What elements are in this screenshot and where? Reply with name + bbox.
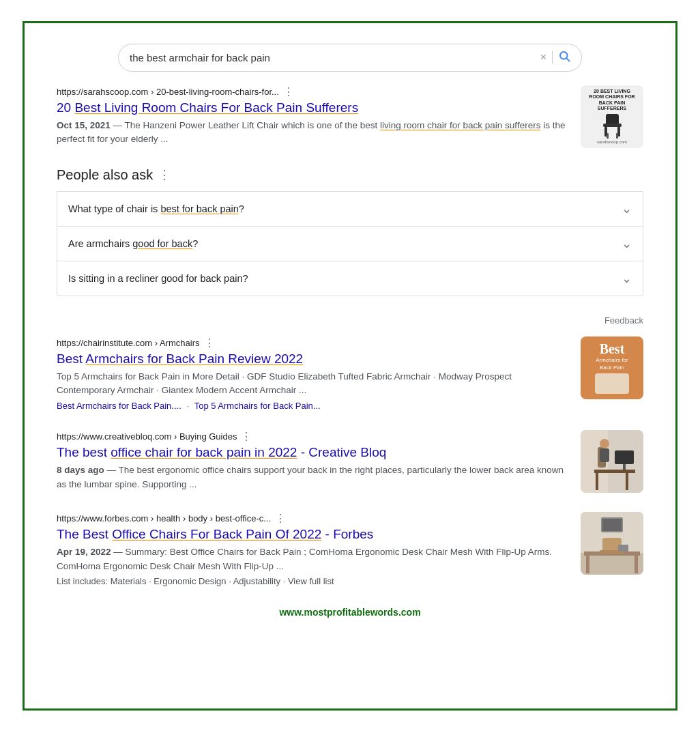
highlight: Best Living Room Chairs For Back Pain Su… [74,100,358,115]
office-scene-icon [581,512,643,575]
paa-question: What type of chair is best for back pain… [68,203,244,214]
result-thumbnail [581,512,643,575]
chevron-down-icon: ⌄ [622,236,632,251]
svg-rect-10 [594,470,635,473]
result-url: https://www.forbes.com › health › body ›… [57,512,570,525]
result-url: https://www.creativebloq.com › Buying Gu… [57,430,570,443]
thumb-text: 20 BEST LIVINGROOM CHAIRS FORBACK PAINSU… [589,89,635,112]
thumb-best: Best [600,341,625,357]
result-snippet: Top 5 Armchairs for Back Pain in More De… [57,370,570,398]
footer-url: www.mostprofitablewords.com [57,607,643,618]
paa-dots-menu[interactable]: ⋮ [158,167,171,182]
dots-menu[interactable]: ⋮ [204,336,215,349]
result-title[interactable]: 20 Best Living Room Chairs For Back Pain… [57,100,570,117]
sub-links: Best Armchairs for Back Pain.... · Top 5… [57,401,570,411]
svg-rect-21 [602,519,622,531]
list-link[interactable]: View full list [288,576,334,586]
clear-button[interactable]: × [540,51,546,63]
paa-heading: People also ask [57,167,153,183]
page-container: × https://sarahscoop.com › 20-best-livin… [23,21,677,711]
paa-item[interactable]: Are armchairs good for back? ⌄ [57,226,643,261]
search-input[interactable] [130,52,535,63]
result-thumbnail: Best Armchairs forBack Pain [581,336,643,399]
result-url: https://sarahscoop.com › 20-best-living-… [57,85,570,98]
result-thumbnail [581,430,643,493]
sub-link[interactable]: Best Armchairs for Back Pain.... [57,401,181,411]
url-text: https://www.forbes.com › health › body ›… [57,513,271,524]
list-link[interactable]: Ergonomic Design [154,576,226,586]
divider [552,51,553,64]
list-includes: List includes: Materials · Ergonomic Des… [57,576,570,586]
search-icon [558,50,570,62]
url-text: https://chairinstitute.com › Armchairs [57,338,200,348]
list-link[interactable]: Materials [111,576,147,586]
thumb-subtext: Armchairs forBack Pain [596,357,628,371]
result-title[interactable]: Best Armchairs for Back Pain Review 2022 [57,351,570,368]
paa-header: People also ask ⋮ [57,167,643,183]
svg-rect-17 [600,448,609,462]
svg-rect-23 [586,556,589,573]
paa-question: Are armchairs good for back? [68,238,198,249]
highlight: office chair for back pain in 2022 [111,445,297,459]
chevron-down-icon: ⌄ [622,201,632,216]
svg-rect-11 [596,473,598,490]
paa-item[interactable]: Is sitting in a recliner good for back p… [57,261,643,296]
result-url: https://chairinstitute.com › Armchairs ⋮ [57,336,570,349]
sub-link[interactable]: Top 5 Armchairs for Back Pain... [194,401,321,411]
highlight: Armchairs for Back Pain Review 2022 [85,352,303,366]
url-text: https://sarahscoop.com › 20-best-living-… [57,87,279,97]
thumb-chair-img [595,373,629,394]
dots-menu[interactable]: ⋮ [283,85,294,98]
site-label: sarahscoop.com [597,140,627,144]
result-title[interactable]: The Best Office Chairs For Back Pain Of … [57,526,570,543]
result-content: https://www.forbes.com › health › body ›… [57,512,570,586]
svg-rect-12 [626,473,628,490]
result-title[interactable]: The best office chair for back pain in 2… [57,444,570,461]
result-item: https://www.forbes.com › health › body ›… [57,512,643,586]
paa-item[interactable]: What type of chair is best for back pain… [57,191,643,226]
result-snippet: Apr 19, 2022 — Summary: Best Office Chai… [57,545,570,573]
search-bar: × [118,44,582,72]
result-content: https://chairinstitute.com › Armchairs ⋮… [57,336,570,411]
dots-menu[interactable]: ⋮ [241,430,252,443]
svg-line-1 [566,58,569,61]
separator: · [186,401,191,411]
svg-rect-14 [623,464,626,470]
result-thumbnail: 20 BEST LIVINGROOM CHAIRS FORBACK PAINSU… [581,85,643,148]
list-link[interactable]: Adjustability [233,576,280,586]
people-also-ask: People also ask ⋮ What type of chair is … [57,167,643,296]
svg-rect-24 [635,556,638,573]
result-content: https://sarahscoop.com › 20-best-living-… [57,85,570,147]
svg-rect-3 [603,124,622,127]
result-item: https://www.creativebloq.com › Buying Gu… [57,430,643,493]
highlight: Office Chairs For Back Pain Of 2022 [112,527,321,541]
svg-point-16 [600,439,609,448]
feedback-link[interactable]: Feedback [57,315,643,326]
svg-rect-27 [618,545,628,551]
chair-icon [600,113,624,140]
chevron-down-icon: ⌄ [622,271,632,286]
svg-rect-13 [615,450,634,464]
result-content: https://www.creativebloq.com › Buying Gu… [57,430,570,491]
dots-menu[interactable]: ⋮ [275,512,286,525]
svg-rect-6 [607,133,609,139]
svg-rect-7 [616,133,618,139]
search-button[interactable] [558,50,570,66]
results-area: https://sarahscoop.com › 20-best-living-… [57,85,643,618]
result-item: https://chairinstitute.com › Armchairs ⋮… [57,336,643,411]
paa-question: Is sitting in a recliner good for back p… [68,273,248,284]
result-item: https://sarahscoop.com › 20-best-living-… [57,85,643,148]
desk-scene-icon [581,430,643,493]
result-snippet: Oct 15, 2021 — The Hanzeni Power Leather… [57,119,570,147]
result-snippet: 8 days ago — The best ergonomic office c… [57,463,570,491]
url-text: https://www.creativebloq.com › Buying Gu… [57,431,237,442]
